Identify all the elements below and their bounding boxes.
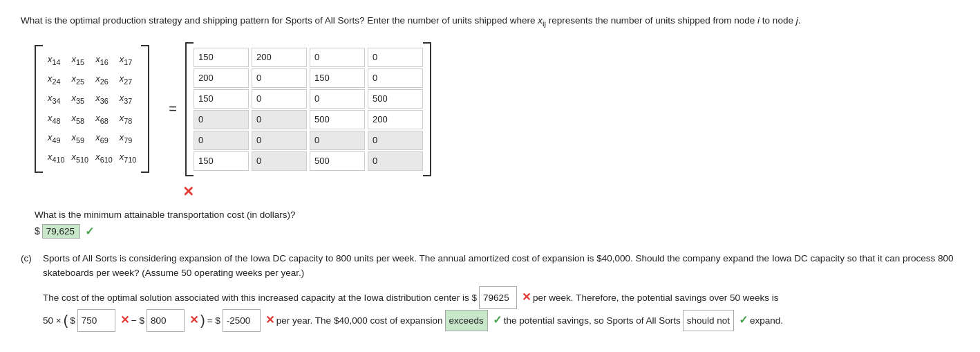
check-icon-exceeds: ✓: [493, 309, 502, 331]
lhs-cell: x17: [116, 50, 140, 70]
rhs-cell[interactable]: 200: [252, 48, 307, 67]
should-not-input[interactable]: should not: [683, 310, 734, 331]
rhs-row-2: 200 0 150 0: [194, 68, 423, 88]
rhs-cell[interactable]: 0: [310, 131, 365, 150]
subscript-ij: ij: [543, 19, 546, 28]
part-c-paragraph: Sports of All Sorts is considering expan…: [43, 251, 959, 281]
rhs-cell[interactable]: 150: [194, 48, 249, 67]
table-row: x14 x15 x16 x17: [44, 50, 140, 70]
val1-input[interactable]: 750: [77, 309, 115, 332]
minus-text: − $: [131, 311, 144, 330]
lhs-cell: x14: [44, 50, 68, 70]
equals-sign: =: [169, 101, 177, 117]
matrix-section: x14 x15 x16 x17 x24 x25 x26 x27 x34 x35 …: [35, 42, 959, 176]
lhs-cell: x27: [116, 70, 140, 89]
part-c-content: Sports of All Sorts is considering expan…: [43, 251, 959, 332]
per-year-text: per year. The $40,000 cost of expansion: [276, 311, 443, 330]
x-icon-cost: ✕: [522, 286, 531, 308]
lhs-cell: x610: [92, 148, 116, 167]
lhs-cell: x58: [68, 109, 93, 129]
part-c-line3: 50 × ( $ 750 ✕ − $ 800 ✕ ) = $ -2500 ✕ p…: [43, 309, 959, 332]
rhs-cell[interactable]: 0: [252, 131, 307, 150]
rhs-cell[interactable]: 0: [368, 131, 423, 150]
rhs-cell[interactable]: 0: [194, 110, 249, 129]
rhs-cell[interactable]: 150: [310, 68, 365, 88]
lhs-cell: x25: [68, 70, 93, 89]
min-transport-question: What is the minimum attainable transport…: [35, 210, 959, 220]
lhs-cell: x710: [116, 148, 140, 167]
dollar1: $: [70, 311, 75, 330]
rhs-cell[interactable]: 500: [310, 110, 365, 129]
paren-close: ): [200, 313, 205, 327]
rhs-cell[interactable]: 0: [310, 89, 365, 109]
matrix-rhs: 150 200 0 0 200 0 150 0 150 0 0 500 0 0 …: [185, 42, 431, 176]
part-c-id: (c): [21, 251, 36, 266]
line2-prefix: The cost of the optimal solution associa…: [43, 288, 477, 307]
table-row: x410 x510 x610 x710: [44, 148, 140, 167]
rhs-cell[interactable]: 0: [194, 131, 249, 150]
table-row: x24 x25 x26 x27: [44, 70, 140, 89]
rhs-cell[interactable]: 500: [310, 151, 365, 171]
table-row: x49 x59 x69 x79: [44, 129, 140, 148]
rhs-cell[interactable]: 0: [252, 151, 307, 171]
table-row: x48 x58 x68 x78: [44, 109, 140, 129]
x-icon-val3: ✕: [265, 309, 274, 331]
x-icon-val1: ✕: [120, 309, 129, 331]
lhs-cell: x16: [92, 50, 116, 70]
lhs-cell: x78: [116, 109, 140, 129]
matrix-lhs: x14 x15 x16 x17 x24 x25 x26 x27 x34 x35 …: [35, 45, 149, 172]
rhs-row-5: 0 0 0 0: [194, 131, 423, 150]
lhs-cell: x59: [68, 129, 93, 148]
rhs-cell[interactable]: 0: [368, 48, 423, 67]
lhs-cell: x15: [68, 50, 93, 70]
lhs-cell: x510: [68, 148, 93, 167]
rhs-cell[interactable]: 0: [252, 110, 307, 129]
lhs-cell: x79: [116, 129, 140, 148]
rhs-cell[interactable]: 0: [368, 151, 423, 171]
exceeds-input[interactable]: exceeds: [445, 310, 488, 331]
lhs-cell: x35: [68, 89, 93, 109]
rhs-cell[interactable]: 150: [194, 89, 249, 109]
lhs-cell: x34: [44, 89, 68, 109]
x-icon: ✕: [182, 183, 194, 200]
rhs-row-3: 150 0 0 500: [194, 89, 423, 109]
expand-text: expand.: [750, 311, 783, 330]
min-transport-answer: $ 79,625 ✓: [35, 224, 959, 239]
min-cost-input[interactable]: 79,625: [42, 224, 80, 239]
rhs-row-4: 0 0 500 200: [194, 110, 423, 129]
lhs-cell: x36: [92, 89, 116, 109]
rhs-cell[interactable]: 0: [368, 68, 423, 88]
rhs-row-1: 150 200 0 0: [194, 48, 423, 67]
rhs-cell[interactable]: 500: [368, 89, 423, 109]
val2-input[interactable]: 800: [147, 309, 185, 332]
dollar-sign: $: [35, 225, 40, 237]
lhs-cell: x24: [44, 70, 68, 89]
equals-text: = $: [207, 311, 220, 330]
rhs-cell[interactable]: 200: [368, 110, 423, 129]
line3-prefix: 50 ×: [43, 311, 62, 330]
lhs-cell: x37: [116, 89, 140, 109]
lhs-cell: x26: [92, 70, 116, 89]
rhs-cell[interactable]: 0: [252, 68, 307, 88]
question-text: What is the optimal production strategy …: [21, 14, 959, 30]
table-row: x34 x35 x36 x37: [44, 89, 140, 109]
val3-input[interactable]: -2500: [223, 309, 261, 332]
matrix-x-mark: ✕: [180, 183, 959, 200]
rhs-cell[interactable]: 200: [194, 68, 249, 88]
line2-middle: per week. Therefore, the potential savin…: [533, 288, 778, 307]
lhs-cell: x48: [44, 109, 68, 129]
iowa-cost-input[interactable]: 79625: [479, 286, 517, 309]
lhs-cell: x68: [92, 109, 116, 129]
rhs-cell[interactable]: 0: [310, 48, 365, 67]
lhs-table: x14 x15 x16 x17 x24 x25 x26 x27 x34 x35 …: [44, 50, 140, 167]
lhs-cell: x49: [44, 129, 68, 148]
part-c-section: (c) Sports of All Sorts is considering e…: [21, 251, 959, 332]
min-transport-section: What is the minimum attainable transport…: [35, 210, 959, 239]
rhs-cell[interactable]: 0: [252, 89, 307, 109]
middle2-text: the potential savings, so Sports of All …: [504, 311, 681, 330]
rhs-cell[interactable]: 150: [194, 151, 249, 171]
x-icon-val2: ✕: [189, 309, 198, 331]
check-icon-should-not: ✓: [739, 309, 748, 331]
part-c-line2: The cost of the optimal solution associa…: [43, 286, 959, 309]
rhs-row-6: 150 0 500 0: [194, 151, 423, 171]
